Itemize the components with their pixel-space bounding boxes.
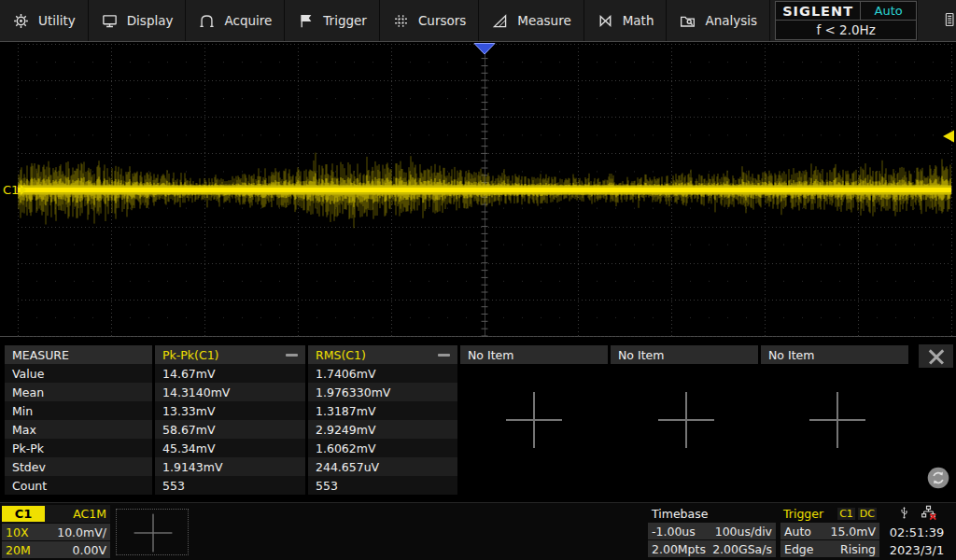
memory-depth: 2.00Mpts bbox=[652, 542, 706, 556]
measure-value-cell: 2.9249mV bbox=[308, 420, 457, 439]
remove-measurement-icon[interactable] bbox=[438, 354, 450, 357]
reset-statistics-button[interactable] bbox=[926, 466, 950, 490]
measure-icon bbox=[491, 12, 509, 30]
menu-item-analysis[interactable]: Analysis bbox=[667, 0, 770, 41]
waveform-display[interactable]: C1 bbox=[0, 41, 956, 343]
bandwidth-limit: 20M bbox=[6, 543, 31, 557]
add-measurement-slot-2[interactable] bbox=[656, 390, 716, 450]
timebase-scale: 100us/div bbox=[715, 525, 772, 539]
system-time: 02:51:39 bbox=[890, 524, 944, 541]
measure-value-cell: 1.9143mV bbox=[155, 457, 305, 476]
menu-item-label: Cursors bbox=[418, 13, 466, 28]
trigger-mode: Auto bbox=[784, 525, 811, 539]
trigger-frequency-readout: f < 2.0Hz bbox=[776, 21, 916, 39]
menu-item-math[interactable]: Math bbox=[584, 0, 668, 41]
bottom-status-bar: C1 AC1M 10X 10.0mV/ 20M 0.00V Timebase -… bbox=[0, 502, 956, 560]
refresh-icon bbox=[926, 466, 950, 490]
add-measurement-slot-1[interactable] bbox=[504, 390, 564, 450]
measure-column-header[interactable]: RMS(C1) bbox=[308, 345, 457, 364]
close-icon bbox=[928, 348, 945, 365]
menu-item-measure[interactable]: Measure bbox=[479, 0, 583, 41]
measure-value-cell: 1.3187mV bbox=[308, 401, 457, 420]
timebase-descriptor[interactable]: Timebase -1.00us 100us/div 2.00Mpts 2.00… bbox=[648, 505, 776, 557]
trigger-descriptor[interactable]: Trigger C1 DC Auto 15.0mV Edge Rising bbox=[780, 505, 879, 557]
trigger-level: 15.0mV bbox=[830, 525, 876, 539]
close-measure-button[interactable] bbox=[919, 344, 953, 368]
measure-empty-cell bbox=[460, 457, 608, 476]
channel-1-badge: C1 bbox=[2, 506, 45, 522]
measure-row-label: Value bbox=[5, 364, 152, 383]
menu-item-label: Measure bbox=[517, 13, 570, 28]
measure-column-label: No Item bbox=[618, 348, 664, 362]
measure-value-cell: 244.657uV bbox=[308, 457, 457, 476]
plus-icon bbox=[133, 512, 174, 553]
add-measurement-slot-3[interactable] bbox=[808, 390, 867, 450]
measure-table-title: MEASURE bbox=[5, 345, 152, 364]
add-channel-button[interactable] bbox=[116, 509, 189, 555]
measure-row-label: Pk-Pk bbox=[5, 439, 152, 457]
flag-icon bbox=[297, 12, 315, 30]
trigger-type: Edge bbox=[784, 542, 813, 556]
analysis-icon bbox=[679, 12, 696, 30]
measure-empty-cell bbox=[611, 364, 758, 383]
gear-icon bbox=[12, 12, 30, 30]
menu-item-utility[interactable]: Utility bbox=[0, 0, 89, 41]
timebase-delay: -1.00us bbox=[652, 525, 696, 539]
measure-column-label: Pk-Pk(C1) bbox=[162, 348, 219, 362]
acquisition-mode-badge: Auto bbox=[861, 2, 916, 21]
menu-item-acquire[interactable]: Acquire bbox=[186, 0, 285, 41]
sample-rate: 2.00GSa/s bbox=[712, 542, 772, 556]
menu-item-label: Utility bbox=[38, 13, 76, 28]
menu-item-cursors[interactable]: Cursors bbox=[380, 0, 479, 41]
measure-value-cell: 553 bbox=[308, 476, 457, 495]
measure-empty-cell bbox=[611, 457, 758, 476]
math-icon bbox=[597, 12, 614, 30]
menu-item-label: Display bbox=[127, 13, 174, 28]
active-channel-indicator[interactable]: C1 bbox=[917, 0, 956, 41]
trigger-level-marker[interactable] bbox=[943, 131, 954, 143]
menu-item-label: Analysis bbox=[705, 13, 757, 28]
trigger-position-marker[interactable] bbox=[474, 44, 495, 55]
menu-item-display[interactable]: Display bbox=[89, 0, 187, 41]
measure-row-label: Stdev bbox=[5, 457, 152, 476]
measure-row-label: Mean bbox=[5, 383, 152, 401]
trigger-title: Trigger bbox=[783, 507, 823, 521]
lan-disconnected-icon bbox=[920, 504, 937, 525]
measure-row-label: Count bbox=[5, 476, 152, 495]
channel-1-position-marker[interactable]: C1 bbox=[3, 183, 19, 197]
measure-value-cell: 14.67mV bbox=[155, 364, 305, 383]
measure-column-header[interactable]: No Item bbox=[761, 345, 908, 364]
trigger-slope: Rising bbox=[840, 542, 876, 556]
measure-value-cell: 1.976330mV bbox=[308, 383, 457, 401]
measure-column-header[interactable]: No Item bbox=[611, 345, 758, 364]
volts-per-div: 10.0mV/ bbox=[57, 525, 106, 539]
measure-row-label: Min bbox=[5, 401, 152, 420]
menu-item-label: Trigger bbox=[323, 13, 367, 28]
measure-empty-cell bbox=[761, 364, 908, 383]
measure-value-cell: 58.67mV bbox=[155, 420, 305, 439]
measure-column-header[interactable]: No Item bbox=[460, 345, 608, 364]
timebase-title: Timebase bbox=[648, 505, 776, 522]
measure-empty-cell bbox=[460, 364, 608, 383]
measure-value-cell: 1.6062mV bbox=[308, 439, 457, 457]
menu-item-label: Math bbox=[623, 13, 654, 28]
usb-icon bbox=[897, 504, 911, 525]
trigger-source-badge: C1 bbox=[837, 508, 855, 520]
acquire-icon bbox=[198, 12, 216, 30]
measure-value-cell: 1.7406mV bbox=[308, 364, 457, 383]
remove-measurement-icon[interactable] bbox=[286, 354, 298, 357]
display-icon bbox=[101, 12, 119, 30]
menu-item-trigger[interactable]: Trigger bbox=[285, 0, 380, 41]
measure-value-cell: 14.3140mV bbox=[155, 383, 305, 401]
menu-item-label: Acquire bbox=[224, 13, 272, 28]
measure-empty-cell bbox=[761, 457, 908, 476]
measure-column-header[interactable]: Pk-Pk(C1) bbox=[155, 345, 305, 364]
measure-panel: MEASUREPk-Pk(C1)RMS(C1)No ItemNo ItemNo … bbox=[0, 343, 956, 500]
probe-attenuation: 10X bbox=[6, 525, 28, 539]
channel-offset: 0.00V bbox=[73, 543, 106, 557]
cursors-icon bbox=[392, 12, 410, 30]
system-date: 2023/3/1 bbox=[890, 541, 944, 559]
top-menu-bar: UtilityDisplayAcquireTriggerCursorsMeasu… bbox=[0, 0, 956, 41]
measure-empty-cell bbox=[611, 476, 758, 495]
channel-1-descriptor[interactable]: C1 AC1M 10X 10.0mV/ 20M 0.00V bbox=[2, 505, 110, 558]
